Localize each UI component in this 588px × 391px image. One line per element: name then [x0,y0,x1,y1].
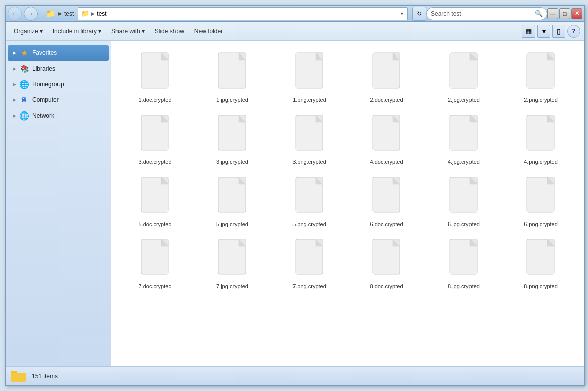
file-name: 2.doc.crypted [370,97,403,103]
sidebar-item-network[interactable]: ▶ 🌐 Network [8,108,109,123]
file-name: 5.doc.crypted [138,221,171,227]
file-name: 8.jpg.crypted [448,283,480,289]
list-item[interactable]: 8.png.crypted [505,235,577,292]
organize-label: Organize [14,28,38,35]
sidebar-item-homegroup[interactable]: ▶ 🌐 Homegroup [8,77,109,92]
file-icon [214,175,251,219]
file-name: 2.png.crypted [524,97,558,103]
toolbar: Organize ▾ Include in library ▾ Share wi… [6,22,584,41]
sidebar-item-libraries-label: Libraries [32,65,55,72]
new-folder-button[interactable]: New folder [190,24,227,38]
libraries-icon: 📚 [19,64,29,74]
homegroup-expand-icon: ▶ [13,82,16,87]
file-icon [369,51,405,95]
list-item[interactable]: 3.doc.crypted [119,110,191,167]
list-item[interactable]: 8.doc.crypted [350,235,423,292]
file-name: 6.jpg.crypted [448,221,480,227]
address-text: test [97,10,106,17]
close-button[interactable]: ✕ [571,8,582,19]
help-button[interactable]: ? [567,25,580,38]
file-icon [291,51,328,95]
file-name: 5.jpg.crypted [216,221,248,227]
list-item[interactable]: 3.png.crypted [273,110,345,167]
file-icon [137,237,173,282]
forward-button[interactable]: → [24,7,38,21]
svg-rect-74 [11,373,26,382]
sidebar-item-libraries[interactable]: ▶ 📚 Libraries [8,61,109,76]
sidebar-item-computer-label: Computer [32,96,59,103]
file-icon [214,113,251,157]
sidebar-item-computer[interactable]: ▶ 🖥 Computer [8,92,109,107]
explorer-window: ← → 📁 ▶ test 📁 ▶ test ▼ ↻ 🔍 — □ ✕ Organi… [5,5,585,386]
new-folder-label: New folder [194,28,223,35]
status-item-count: 151 items [32,373,58,380]
minimize-button[interactable]: — [547,8,558,19]
list-item[interactable]: 3.jpg.crypted [196,110,268,167]
address-bar-box[interactable]: 📁 ▶ test ▼ [78,7,408,20]
computer-expand-icon: ▶ [13,97,16,102]
file-name: 6.png.crypted [524,221,558,227]
list-item[interactable]: 5.doc.crypted [119,173,191,230]
file-icon [137,175,173,219]
file-name: 4.jpg.crypted [448,159,480,165]
list-item[interactable]: 2.jpg.crypted [428,48,500,105]
include-in-library-button[interactable]: Include in library ▾ [49,24,105,38]
sidebar-item-network-label: Network [32,112,54,119]
search-input[interactable] [431,10,533,17]
file-icon [523,51,559,95]
list-item[interactable]: 7.jpg.crypted [196,235,268,292]
list-item[interactable]: 5.jpg.crypted [196,173,268,230]
file-name: 2.jpg.crypted [448,97,480,103]
file-icon [369,237,405,282]
file-icon [137,113,173,157]
slide-show-label: Slide show [155,28,184,35]
list-item[interactable]: 7.doc.crypted [119,235,191,292]
list-item[interactable]: 6.png.crypted [505,173,577,230]
preview-pane-button[interactable]: ▯ [552,25,565,38]
view-dropdown-button[interactable]: ▾ [537,25,550,38]
list-item[interactable]: 7.png.crypted [273,235,345,292]
file-icon [446,113,482,157]
sidebar-item-homegroup-label: Homegroup [32,81,64,88]
title-bar: ← → 📁 ▶ test 📁 ▶ test ▼ ↻ 🔍 — □ ✕ [6,6,584,22]
file-name: 3.jpg.crypted [216,159,248,165]
address-dropdown-arrow[interactable]: ▼ [400,11,404,16]
homegroup-globe-icon: 🌐 [19,79,29,89]
list-item[interactable]: 2.doc.crypted [350,48,423,105]
list-item[interactable]: 6.doc.crypted [350,173,423,230]
file-icon [214,237,251,282]
file-icon [137,51,173,95]
file-grid: 1.doc.crypted1.jpg.crypted1.png.crypted2… [116,46,579,294]
list-item[interactable]: 4.jpg.crypted [428,110,500,167]
share-with-button[interactable]: Share with ▾ [107,24,149,38]
file-name: 7.jpg.crypted [216,283,248,289]
view-icon: ▦ [526,28,532,35]
back-button[interactable]: ← [8,7,22,21]
maximize-button[interactable]: □ [559,8,570,19]
view-toggle-button[interactable]: ▦ [522,25,535,38]
slide-show-button[interactable]: Slide show [151,24,188,38]
list-item[interactable]: 2.png.crypted [505,48,577,105]
sidebar-item-favorites[interactable]: ▶ ★ Favorites [8,45,109,61]
file-name: 4.png.crypted [524,159,558,165]
file-name: 7.png.crypted [292,283,326,289]
computer-monitor-icon: 🖥 [19,95,29,105]
address-arrow: ▶ [58,11,62,16]
refresh-button[interactable]: ↻ [412,7,426,21]
favorites-expand-icon: ▶ [13,50,16,55]
file-icon [446,175,482,219]
list-item[interactable]: 4.png.crypted [505,110,577,167]
list-item[interactable]: 1.doc.crypted [119,48,191,105]
file-icon [369,113,405,157]
list-item[interactable]: 1.png.crypted [273,48,345,105]
list-item[interactable]: 1.jpg.crypted [196,48,268,105]
organize-button[interactable]: Organize ▾ [10,24,47,38]
include-dropdown-icon: ▾ [98,28,101,35]
list-item[interactable]: 5.png.crypted [273,173,345,230]
list-item[interactable]: 6.jpg.crypted [428,173,500,230]
search-box[interactable]: 🔍 [426,7,547,20]
list-item[interactable]: 8.jpg.crypted [428,235,500,292]
file-area: 1.doc.crypted1.jpg.crypted1.png.crypted2… [111,41,584,366]
libraries-expand-icon: ▶ [13,66,16,71]
list-item[interactable]: 4.doc.crypted [350,110,423,167]
